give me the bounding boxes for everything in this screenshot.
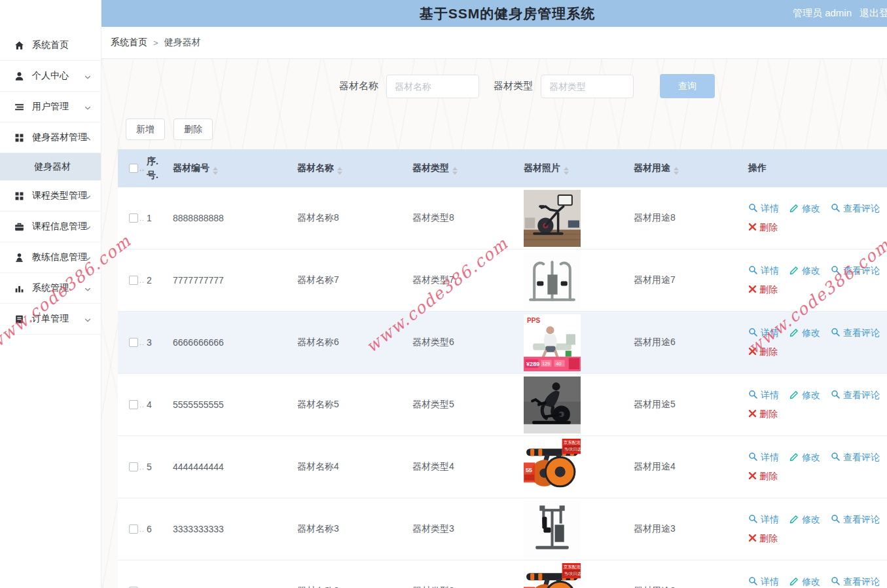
equipment-type-input[interactable]: [541, 75, 634, 98]
equipment-photo[interactable]: [524, 377, 630, 433]
edit-link[interactable]: 修改: [789, 576, 820, 588]
svg-text:京东配送: 京东配送: [564, 564, 581, 570]
pencil-icon: [789, 265, 799, 277]
column-header-2[interactable]: 器材名称: [297, 162, 412, 175]
magnifier-icon: [748, 452, 758, 464]
sort-caret[interactable]: [452, 167, 458, 175]
sort-caret[interactable]: [564, 167, 569, 175]
delete-link[interactable]: 删除: [748, 284, 778, 296]
sidebar-item-5[interactable]: 课程信息管理: [0, 211, 101, 242]
sidebar-item-6[interactable]: 教练信息管理: [0, 242, 101, 273]
detail-link[interactable]: 详情: [748, 452, 779, 464]
sidebar-subitem-3-0[interactable]: 健身器材: [0, 153, 101, 181]
delete-link[interactable]: 删除: [748, 222, 778, 234]
view-comments-link[interactable]: 查看评论: [831, 265, 880, 277]
checkbox-suffix: ..: [139, 339, 145, 346]
cell-actions: 详情修改查看评论删除: [748, 452, 887, 483]
column-header-3[interactable]: 器材类型: [412, 162, 524, 175]
breadcrumb-current: 健身器材: [164, 37, 201, 48]
cell-actions: 详情修改查看评论删除: [748, 514, 887, 545]
main-content: 器材名称 器材类型 查询 新增 删除 ..序.号.器材编号器材名称器材类型器材照…: [101, 59, 887, 588]
row-check-cell: ..: [118, 213, 147, 223]
sidebar-item-7[interactable]: 系统管理: [0, 273, 101, 304]
sidebar-item-1[interactable]: 个人中心: [0, 61, 101, 92]
column-header-1[interactable]: 器材编号: [173, 162, 297, 175]
sidebar-item-8[interactable]: 订单管理: [0, 304, 101, 335]
view-comments-link[interactable]: 查看评论: [831, 514, 880, 526]
cell-actions: 详情修改查看评论删除: [748, 327, 887, 358]
view-comments-link[interactable]: 查看评论: [831, 390, 880, 401]
magnifier-icon: [831, 452, 841, 464]
row-checkbox[interactable]: [129, 213, 138, 223]
equipment-photo[interactable]: [524, 501, 630, 558]
detail-link[interactable]: 详情: [748, 514, 779, 526]
search-button[interactable]: 查询: [660, 74, 715, 98]
equipment-name-input[interactable]: [386, 75, 479, 98]
delete-link[interactable]: 删除: [748, 346, 778, 358]
table-header-check-cell: ..: [118, 164, 147, 173]
delete-link[interactable]: 删除: [748, 409, 778, 420]
column-header-5[interactable]: 器材用途: [634, 162, 748, 175]
pencil-icon: [789, 203, 799, 215]
detail-link[interactable]: 详情: [748, 203, 779, 215]
sidebar-menu: 系统首页个人中心用户管理健身器材管理健身器材课程类型管理课程信息管理教练信息管理…: [0, 0, 101, 335]
equipment-photo[interactable]: PPS¥28912940: [524, 314, 630, 371]
detail-link[interactable]: 详情: [748, 265, 779, 277]
row-checkbox[interactable]: [129, 400, 138, 409]
view-comments-link[interactable]: 查看评论: [831, 452, 880, 464]
equipment-photo[interactable]: 京东配送当/次日达55: [524, 563, 630, 588]
magnifier-icon: [831, 576, 841, 588]
logout-link[interactable]: 退出登录: [860, 7, 887, 20]
column-header-label: 序.号.: [147, 155, 162, 182]
row-checkbox[interactable]: [129, 276, 138, 285]
pencil-icon: [789, 514, 799, 526]
row-check-cell: ..: [118, 462, 147, 471]
equipment-photo[interactable]: [524, 190, 630, 247]
delete-link[interactable]: 删除: [748, 533, 778, 545]
edit-link[interactable]: 修改: [789, 327, 820, 339]
delete-link[interactable]: 删除: [748, 471, 778, 483]
chevron-down-icon: [84, 103, 92, 115]
edit-link[interactable]: 修改: [789, 452, 820, 464]
row-check-cell: ..: [118, 338, 147, 347]
edit-link[interactable]: 修改: [789, 390, 820, 401]
equipment-photo[interactable]: 京东配送当/次日达55: [524, 439, 630, 496]
pencil-icon: [789, 576, 799, 588]
detail-link[interactable]: 详情: [748, 390, 779, 401]
sidebar-item-4[interactable]: 课程类型管理: [0, 181, 101, 211]
equipment-name-label: 器材名称: [339, 80, 378, 92]
sidebar-item-label: 健身器材管理: [32, 132, 87, 143]
sort-caret[interactable]: [337, 167, 342, 175]
row-checkbox[interactable]: [129, 338, 138, 347]
sort-caret[interactable]: [213, 167, 218, 175]
table-row: ..18888888888器材名称8器材类型8器材用途8详情修改查看评论删除: [118, 187, 887, 249]
equipment-table: ..序.号.器材编号器材名称器材类型器材照片器材用途操作..1888888888…: [118, 149, 887, 588]
current-user-label[interactable]: 管理员 admin: [793, 7, 852, 20]
grid-icon: [14, 191, 25, 202]
edit-link[interactable]: 修改: [789, 203, 820, 215]
row-checkbox[interactable]: [129, 524, 138, 534]
breadcrumb-home[interactable]: 系统首页: [111, 37, 147, 48]
view-comments-link[interactable]: 查看评论: [831, 203, 880, 215]
magnifier-icon: [831, 327, 841, 339]
sort-caret[interactable]: [674, 167, 679, 175]
edit-link[interactable]: 修改: [789, 514, 820, 526]
view-comments-link[interactable]: 查看评论: [831, 327, 880, 339]
add-button[interactable]: 新增: [126, 119, 165, 140]
detail-link[interactable]: 详情: [748, 327, 779, 339]
delete-button[interactable]: 删除: [173, 119, 213, 140]
sidebar-item-2[interactable]: 用户管理: [0, 92, 101, 122]
sidebar-item-0[interactable]: 系统首页: [0, 30, 101, 61]
column-header-0: 序.号.: [147, 155, 173, 182]
order-icon: [14, 314, 25, 325]
table-row: ..63333333333器材名称3器材类型3器材用途3详情修改查看评论删除: [118, 498, 887, 560]
detail-link[interactable]: 详情: [748, 576, 779, 588]
row-check-cell: ..: [118, 276, 147, 285]
row-checkbox[interactable]: [129, 462, 138, 471]
column-header-4[interactable]: 器材照片: [524, 162, 634, 175]
select-all-checkbox[interactable]: [129, 164, 138, 173]
view-comments-link[interactable]: 查看评论: [831, 576, 880, 588]
edit-link[interactable]: 修改: [789, 265, 820, 277]
equipment-photo[interactable]: [524, 252, 630, 309]
sidebar-item-3[interactable]: 健身器材管理: [0, 122, 101, 153]
